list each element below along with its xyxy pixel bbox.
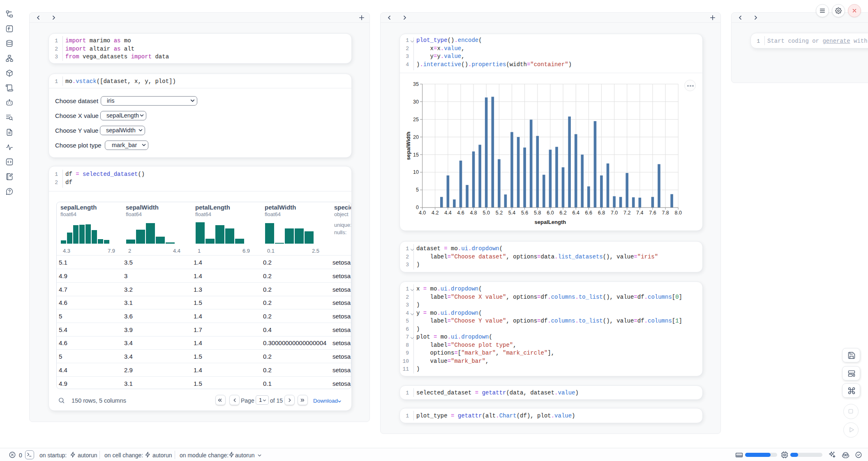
svg-text:sepalLength: sepalLength — [535, 219, 566, 225]
svg-text:6.6: 6.6 — [585, 210, 592, 216]
svg-text:7.8: 7.8 — [662, 210, 669, 216]
svg-text:6.4: 6.4 — [573, 210, 579, 216]
svg-text:5.0: 5.0 — [483, 210, 490, 216]
svg-text:10: 10 — [413, 169, 419, 175]
svg-text:5.2: 5.2 — [496, 210, 503, 216]
svg-text:20: 20 — [413, 134, 419, 140]
svg-text:4.0: 4.0 — [419, 210, 426, 216]
svg-text:7.6: 7.6 — [649, 210, 656, 216]
svg-text:4.4: 4.4 — [444, 210, 451, 216]
svg-text:25: 25 — [413, 116, 419, 122]
svg-text:7.0: 7.0 — [611, 210, 618, 216]
svg-text:5.4: 5.4 — [508, 210, 515, 216]
svg-text:6.8: 6.8 — [598, 210, 605, 216]
svg-text:6.0: 6.0 — [547, 210, 554, 216]
svg-text:4.2: 4.2 — [432, 210, 439, 216]
svg-text:30: 30 — [413, 99, 419, 104]
svg-text:5.6: 5.6 — [521, 210, 528, 216]
svg-text:7.4: 7.4 — [636, 210, 643, 216]
svg-text:15: 15 — [413, 152, 419, 157]
svg-text:7.2: 7.2 — [623, 210, 630, 216]
svg-text:5.8: 5.8 — [534, 210, 541, 216]
svg-text:8.0: 8.0 — [675, 210, 682, 216]
svg-text:sepalWidth: sepalWidth — [405, 131, 411, 160]
svg-text:35: 35 — [413, 81, 419, 87]
svg-text:6.2: 6.2 — [559, 210, 566, 216]
svg-text:5: 5 — [416, 187, 419, 193]
svg-text:4.8: 4.8 — [470, 210, 477, 216]
svg-text:4.6: 4.6 — [457, 210, 464, 216]
